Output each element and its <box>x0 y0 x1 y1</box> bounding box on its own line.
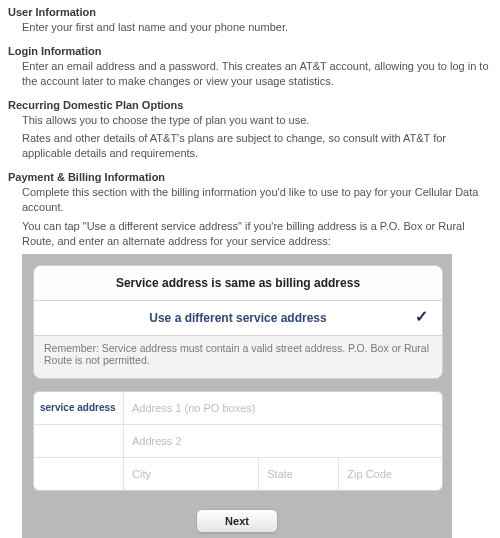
plan-options-body-1: This allows you to choose the type of pl… <box>22 113 492 128</box>
login-info-heading: Login Information <box>8 45 492 57</box>
use-different-address-option[interactable]: Use a different service address ✓ <box>34 301 442 336</box>
service-address-panel: Service address is same as billing addre… <box>33 265 443 379</box>
plan-options-body-2: Rates and other details of AT&T's plans … <box>22 131 492 161</box>
payment-body-2: You can tap "Use a different service add… <box>22 219 492 249</box>
plan-options-heading: Recurring Domestic Plan Options <box>8 99 492 111</box>
zip-field[interactable]: Zip Code <box>339 458 442 490</box>
device-screenshot: Service address is same as billing addre… <box>22 254 452 538</box>
service-address-label: service address <box>34 392 124 424</box>
payment-body-1: Complete this section with the billing i… <box>22 185 492 215</box>
panel-title: Service address is same as billing addre… <box>34 266 442 301</box>
panel-note: Remember: Service address must contain a… <box>34 336 442 378</box>
next-button[interactable]: Next <box>196 509 278 533</box>
address-2-field[interactable]: Address 2 <box>124 425 442 457</box>
user-info-heading: User Information <box>8 6 492 18</box>
payment-heading: Payment & Billing Information <box>8 171 492 183</box>
state-field[interactable]: State <box>259 458 339 490</box>
empty-label-2 <box>34 458 124 490</box>
empty-label-1 <box>34 425 124 457</box>
address-1-field[interactable]: Address 1 (no PO boxes) <box>124 392 442 424</box>
alt-option-label: Use a different service address <box>149 311 326 325</box>
checkmark-icon: ✓ <box>415 307 428 326</box>
login-info-body: Enter an email address and a password. T… <box>22 59 492 89</box>
city-field[interactable]: City <box>124 458 259 490</box>
service-address-form: service address Address 1 (no PO boxes) … <box>33 391 443 491</box>
user-info-body: Enter your first and last name and your … <box>22 20 492 35</box>
